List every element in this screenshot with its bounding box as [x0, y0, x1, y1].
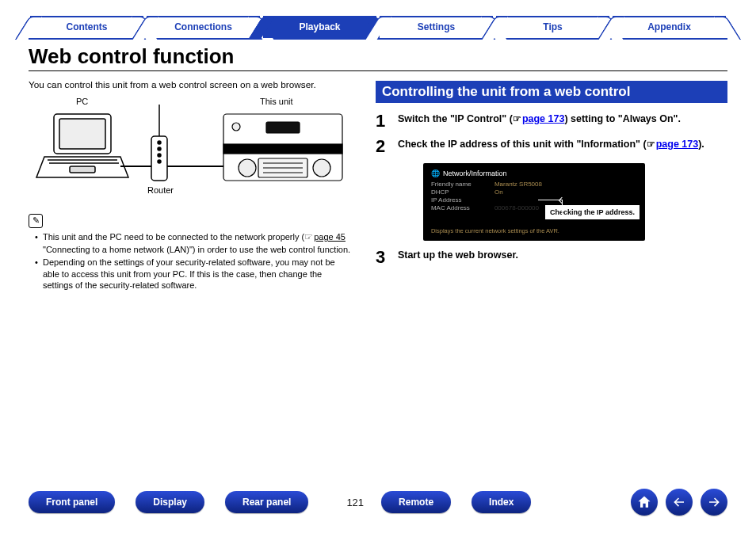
hand-icon: ☞ [513, 113, 521, 126]
svg-point-16 [313, 159, 330, 177]
svg-point-7 [158, 141, 161, 144]
back-button[interactable] [666, 489, 693, 516]
hand-icon: ☞ [647, 139, 655, 151]
top-tabs: Contents Connections Playback Settings T… [29, 16, 727, 40]
step-3: 3 Start up the web browser. [376, 249, 727, 266]
page-number: 121 [346, 497, 364, 508]
diagram-svg [29, 97, 361, 207]
left-column: You can control this unit from a web con… [29, 74, 365, 293]
svg-rect-1 [59, 119, 105, 149]
tab-appendix[interactable]: Appendix [613, 16, 726, 38]
svg-point-15 [239, 159, 256, 177]
link-page-173-b[interactable]: page 173 [656, 139, 699, 150]
home-icon [636, 494, 652, 510]
svg-rect-22 [266, 122, 300, 133]
forward-button[interactable] [701, 489, 727, 516]
home-button[interactable] [631, 489, 658, 516]
tab-settings[interactable]: Settings [380, 16, 493, 38]
globe-icon: 🌐 [431, 169, 440, 177]
arrow-left-icon [672, 495, 686, 509]
osd-callout: Checking the IP address. [544, 204, 640, 220]
svg-rect-2 [70, 166, 95, 173]
intro-text: You can control this unit from a web con… [29, 79, 353, 90]
note-2: Depending on the settings of your securi… [36, 257, 353, 291]
tab-playback[interactable]: Playback [263, 16, 376, 38]
svg-rect-14 [223, 144, 342, 154]
link-rear-panel[interactable]: Rear panel [225, 491, 308, 513]
hand-icon: ☞ [304, 231, 313, 244]
note-icon: ✎ [29, 214, 43, 228]
network-diagram: PC Router This unit [29, 97, 353, 207]
svg-point-9 [158, 154, 161, 157]
link-page-173-a[interactable]: page 173 [522, 113, 565, 124]
svg-point-8 [158, 147, 161, 150]
osd-screenshot: 🌐Network/Information Friendly nameMarant… [423, 163, 645, 241]
arrow-right-icon [707, 495, 721, 509]
link-front-panel[interactable]: Front panel [29, 491, 115, 513]
page-title: Web control function [29, 44, 727, 69]
tab-connections[interactable]: Connections [147, 16, 260, 38]
link-page-45[interactable]: page 45 [314, 232, 346, 242]
osd-title: 🌐Network/Information [431, 169, 637, 177]
osd-footer: Displays the current network settings of… [431, 227, 637, 234]
link-index[interactable]: Index [472, 491, 531, 513]
step-2: 2 Check the IP address of this unit with… [376, 138, 727, 155]
link-display[interactable]: Display [136, 491, 204, 513]
page-content: Web control function You can control thi… [29, 44, 727, 293]
step-1: 1 Switch the "IP Control" (☞page 173) se… [376, 112, 727, 130]
right-column: Controlling the unit from a web control … [365, 74, 727, 293]
link-remote[interactable]: Remote [381, 491, 451, 513]
tab-tips[interactable]: Tips [496, 16, 609, 38]
title-rule [29, 70, 727, 71]
footer: Front panel Display Rear panel 121 Remot… [0, 489, 756, 516]
tab-contents[interactable]: Contents [30, 16, 143, 38]
note-1: This unit and the PC need to be connecte… [36, 231, 353, 255]
note-list: This unit and the PC need to be connecte… [29, 231, 353, 291]
svg-point-10 [158, 160, 161, 163]
section-heading: Controlling the unit from a web control [376, 81, 727, 103]
svg-point-17 [232, 123, 240, 131]
